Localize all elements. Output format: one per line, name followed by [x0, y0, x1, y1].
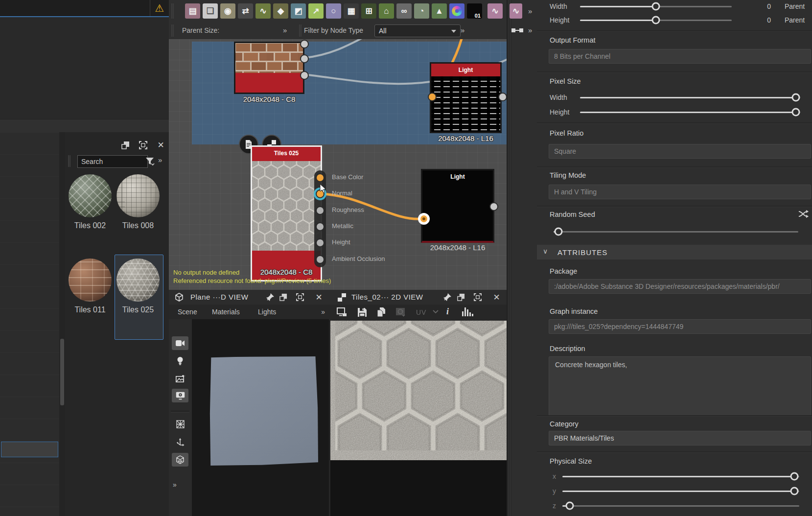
menu-materials[interactable]: Materials [212, 308, 240, 316]
height-parent-mode[interactable]: Parent [785, 16, 810, 24]
slider-knob[interactable] [565, 502, 574, 510]
maximize-icon[interactable] [139, 141, 147, 149]
panel-handle[interactable] [171, 24, 172, 37]
input-node-icon[interactable]: ⊞ [361, 3, 376, 19]
curve-node-icon[interactable]: ∿ [255, 3, 271, 19]
physical-y-slider[interactable] [562, 491, 799, 492]
pin-icon[interactable] [266, 293, 275, 304]
node-link-icon[interactable] [511, 27, 524, 35]
pixel-width-slider[interactable] [580, 97, 800, 98]
height-slider[interactable] [580, 20, 732, 21]
output-port[interactable] [300, 40, 309, 48]
panel-handle[interactable] [68, 155, 69, 167]
light-node-bottom[interactable]: Light [421, 169, 494, 243]
toolbar-overflow-chevron[interactable]: » [173, 481, 177, 489]
texture-2d-preview[interactable] [330, 321, 507, 460]
output-port-metallic[interactable] [316, 222, 325, 231]
menu-scene[interactable]: Scene [178, 308, 197, 316]
material-item[interactable]: Tiles 011 [68, 258, 112, 314]
levels-node-icon[interactable]: ◆ [273, 3, 288, 19]
blend-node-icon[interactable]: ◉ [220, 3, 235, 19]
graph-instance-field[interactable]: pkg:///tiles_025?dependency=1444847749 [549, 319, 811, 334]
menu-overflow-chevron[interactable]: » [321, 308, 325, 316]
height-value[interactable]: 0 [732, 16, 771, 24]
input-port-connected-highlight[interactable] [418, 213, 430, 225]
slider-knob[interactable] [790, 472, 799, 481]
material-item-selected[interactable]: Tiles 025 [116, 258, 160, 314]
restore-icon[interactable] [457, 293, 465, 302]
tiles-025-node[interactable]: Tiles 025 [251, 145, 322, 281]
url-input[interactable]: ⚠ [0, 0, 169, 17]
slider-knob[interactable] [652, 16, 660, 24]
plane-mesh[interactable] [209, 356, 318, 466]
bitmap-01-node-icon[interactable]: 01 [467, 3, 482, 19]
shuffle-node-icon[interactable]: ⇄ [238, 3, 253, 19]
description-textarea[interactable]: Concrete hexagon tiles, [549, 356, 811, 416]
material-item[interactable]: Tiles 002 [68, 174, 112, 230]
input-port-connected[interactable] [428, 93, 437, 101]
info-icon[interactable]: i [446, 306, 449, 317]
filter-overflow-chevron[interactable]: » [461, 26, 464, 34]
panel-handle[interactable] [299, 24, 300, 37]
output-port-ambient-occlusion[interactable] [316, 255, 325, 264]
attributes-section-header[interactable]: ∨ ATTRIBUTES [537, 245, 812, 259]
axes-gizmo-icon[interactable] [172, 435, 188, 449]
material-item[interactable]: Tiles 008 [116, 174, 160, 230]
output-port[interactable] [489, 202, 498, 211]
material-sphere-preview[interactable] [69, 174, 112, 217]
slider-knob[interactable] [792, 108, 800, 117]
parent-size-overflow-chevron[interactable]: » [283, 26, 287, 34]
package-field[interactable]: :/adobe/Adobe Substance 3D Designer/reso… [549, 279, 811, 294]
shape-node-icon[interactable]: ○ [326, 3, 341, 19]
panel-handle[interactable] [171, 3, 172, 19]
width-value[interactable]: 0 [732, 2, 771, 10]
color-wheel-node-icon[interactable] [449, 3, 464, 19]
pin-icon[interactable] [443, 293, 452, 304]
width-parent-mode[interactable]: Parent [785, 2, 810, 10]
close-icon[interactable]: ✕ [315, 292, 323, 301]
sphere-node-icon[interactable]: ◔ [414, 3, 429, 19]
close-icon[interactable]: ✕ [157, 141, 165, 149]
material-sphere-preview[interactable] [116, 258, 160, 302]
output-port-roughness[interactable] [316, 206, 325, 215]
light-bulb-icon[interactable] [172, 354, 188, 368]
slider-knob[interactable] [790, 487, 799, 495]
wireframe-grid-icon[interactable] [172, 417, 188, 431]
display-settings-icon[interactable] [172, 389, 188, 402]
random-seed-slider[interactable] [554, 231, 798, 233]
brick-material-node[interactable] [234, 42, 304, 94]
copy-icon[interactable] [377, 307, 386, 317]
output-port[interactable] [300, 71, 309, 80]
cube-mesh-icon[interactable] [172, 453, 188, 467]
chevron-down-icon[interactable] [433, 310, 439, 314]
slider-knob[interactable] [792, 94, 800, 102]
scene-node-icon[interactable]: ⌂ [379, 3, 394, 19]
uv-mode-label[interactable]: UV [416, 308, 426, 316]
warp-node-icon[interactable]: ◩ [291, 3, 306, 19]
restore-icon[interactable] [279, 293, 288, 302]
view-3d-viewport[interactable] [192, 319, 329, 516]
list-item-selected[interactable] [1, 442, 58, 457]
pixel-height-slider[interactable] [580, 112, 800, 113]
histogram-icon[interactable] [462, 307, 473, 316]
library-overflow-chevron[interactable]: » [158, 156, 162, 164]
graph-view[interactable]: 2048x2048 - C8 Light 2048x2048 - L16 Til… [169, 39, 507, 290]
spline-node-icon-partial[interactable]: ∿ [487, 3, 503, 19]
toolbar-overflow-chevron[interactable]: » [528, 26, 532, 34]
environment-image-icon[interactable] [172, 372, 188, 385]
image-node-icon[interactable]: ▤ [185, 3, 200, 19]
category-field[interactable]: PBR Materials/Tiles [549, 431, 811, 446]
shuffle-icon[interactable] [798, 210, 809, 220]
material-sphere-preview[interactable] [69, 258, 112, 302]
material-sphere-preview[interactable] [116, 174, 160, 217]
output-port[interactable] [300, 54, 309, 63]
physical-z-slider[interactable] [562, 505, 799, 507]
light-node-top[interactable]: Light [430, 62, 502, 133]
export-display-icon[interactable] [337, 307, 348, 317]
save-icon[interactable] [357, 307, 367, 317]
refresh-image-icon[interactable] [395, 307, 406, 317]
left-list-panel[interactable] [0, 132, 65, 516]
link-node-icon[interactable]: ∞ [396, 3, 412, 19]
maximize-icon[interactable] [296, 293, 304, 302]
output-port[interactable] [498, 93, 507, 101]
